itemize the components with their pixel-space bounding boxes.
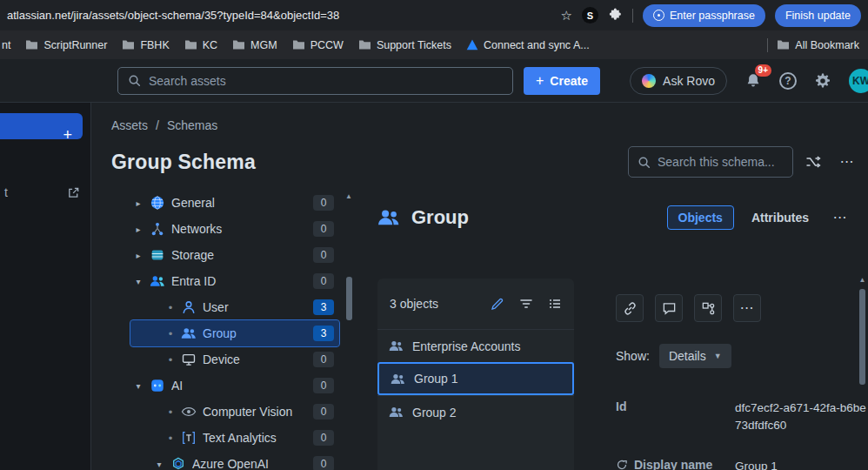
browser-url-bar: atlassian.net/jira/assets/object-schema/… xyxy=(0,0,868,30)
breadcrumb-separator: / xyxy=(156,118,159,132)
search-assets-input[interactable] xyxy=(149,74,503,88)
help-button[interactable]: ? xyxy=(779,72,797,90)
show-details-dropdown[interactable]: Details ▼ xyxy=(659,344,731,368)
tree-item-entra-id[interactable]: ▾ Entra ID 0 xyxy=(130,268,339,294)
bookmark-item[interactable]: nt xyxy=(2,39,10,51)
scroll-up-icon[interactable]: ▲ xyxy=(345,193,352,200)
enter-passphrase-button[interactable]: Enter passphrase xyxy=(643,4,765,27)
bookmark-item-pccw[interactable]: PCCW xyxy=(292,39,344,51)
schema-search-box[interactable] xyxy=(628,146,793,178)
breadcrumb-schemas[interactable]: Schemas xyxy=(167,118,217,132)
ask-rovo-button[interactable]: Ask Rovo xyxy=(630,67,727,95)
count-badge: 0 xyxy=(313,352,334,367)
sidebar-selected-item[interactable]: + xyxy=(0,113,83,139)
filter-icon[interactable] xyxy=(519,297,533,311)
comments-button[interactable] xyxy=(655,294,683,322)
divider xyxy=(767,38,768,52)
bookmark-item-mgm[interactable]: MGM xyxy=(232,39,277,51)
notifications-button[interactable]: 9+ xyxy=(744,72,762,90)
ai-icon xyxy=(150,378,165,393)
label-attribute-icon xyxy=(616,459,628,470)
object-type-more-button[interactable]: ⋯ xyxy=(826,204,854,232)
group-icon xyxy=(181,326,197,341)
tree-item-computer-vision[interactable]: • Computer Vision 0 xyxy=(130,399,339,425)
bookmark-item-fbhk[interactable]: FBHK xyxy=(122,39,169,51)
detail-scrollbar[interactable]: ▲ xyxy=(858,277,867,385)
tab-objects[interactable]: Objects xyxy=(667,205,734,230)
chevron-down-icon[interactable]: ▾ xyxy=(151,460,167,469)
settings-gear-icon[interactable] xyxy=(814,72,831,90)
object-row-group-1[interactable]: Group 1 xyxy=(377,362,574,395)
search-assets-box[interactable] xyxy=(117,67,513,95)
bookmark-item-scriptrunner[interactable]: ScriptRunner xyxy=(25,39,107,51)
chevron-right-icon[interactable]: ▸ xyxy=(130,251,146,260)
tab-attributes[interactable]: Attributes xyxy=(744,206,816,229)
breadcrumb: Assets / Schemas xyxy=(111,117,868,134)
schema-more-button[interactable]: ⋯ xyxy=(833,148,861,176)
link-icon xyxy=(623,301,638,316)
chevron-down-icon[interactable]: ▾ xyxy=(130,381,146,391)
edit-pencil-icon[interactable] xyxy=(491,297,504,311)
extension-s-icon[interactable]: S xyxy=(582,7,598,24)
schema-search-input[interactable] xyxy=(658,155,784,169)
graph-icon xyxy=(701,301,716,316)
sidebar-item-truncated[interactable]: t xyxy=(0,179,90,205)
eye-icon xyxy=(181,404,197,420)
breadcrumb-assets[interactable]: Assets xyxy=(111,118,148,132)
tree-item-ai[interactable]: ▾ AI 0 xyxy=(130,373,339,399)
user-avatar[interactable]: KW xyxy=(849,69,868,93)
notification-badge: 9+ xyxy=(755,64,771,77)
group-icon xyxy=(377,206,400,229)
bookmark-item-connect-sync[interactable]: Connect and sync A... xyxy=(466,39,590,51)
object-graph-button[interactable] xyxy=(694,294,722,322)
field-id: Id dfc7ecf2-a671-42fa-b6be73dfdfc60 xyxy=(616,400,868,435)
count-badge: 3 xyxy=(313,299,334,315)
object-details-panel: ⋯ Show: Details ▼ Id xyxy=(616,279,868,470)
tree-item-azure-openai[interactable]: ▾ Azure OpenAI 0 xyxy=(130,451,339,470)
bookmark-star-icon[interactable]: ☆ xyxy=(561,8,572,24)
count-badge: 0 xyxy=(313,221,334,237)
bullet-icon: • xyxy=(165,432,176,445)
folder-icon xyxy=(292,39,305,50)
tree-scrollbar[interactable]: ▲ xyxy=(344,190,353,451)
object-row-group-2[interactable]: Group 2 xyxy=(377,395,574,428)
chevron-down-icon[interactable]: ▾ xyxy=(130,277,146,286)
extensions-puzzle-icon[interactable] xyxy=(608,8,623,23)
list-view-icon[interactable] xyxy=(548,297,562,311)
tree-item-networks[interactable]: ▸ Networks 0 xyxy=(130,216,339,242)
comment-icon xyxy=(662,301,677,316)
search-icon xyxy=(128,74,141,87)
chevron-right-icon[interactable]: ▸ xyxy=(130,225,146,234)
finish-update-button[interactable]: Finish update xyxy=(775,4,861,27)
count-badge: 0 xyxy=(313,456,334,470)
count-badge: 0 xyxy=(313,404,334,420)
tree-item-user[interactable]: • User 3 xyxy=(130,294,339,320)
scrollbar-thumb[interactable] xyxy=(346,277,352,320)
all-bookmarks-button[interactable]: All Bookmark xyxy=(777,39,859,51)
group-icon xyxy=(391,372,405,386)
tree-item-storage[interactable]: ▸ Storage 0 xyxy=(130,242,339,268)
create-button[interactable]: + Create xyxy=(524,67,600,95)
object-row-enterprise-accounts[interactable]: Enterprise Accounts xyxy=(377,329,574,362)
bookmark-item-support-tickets[interactable]: Support Tickets xyxy=(358,39,451,51)
folder-icon xyxy=(232,39,245,50)
tree-item-text-analytics[interactable]: • Text Analytics 0 xyxy=(130,425,339,451)
scrollbar-thumb[interactable] xyxy=(859,289,865,385)
tree-item-general[interactable]: ▸ General 0 xyxy=(130,190,339,216)
user-icon xyxy=(181,299,197,315)
bookmarks-bar: nt ScriptRunner FBHK KC MGM PCCW Support… xyxy=(0,30,868,59)
attachments-button[interactable] xyxy=(616,294,644,322)
chevron-right-icon[interactable]: ▸ xyxy=(130,198,146,208)
tree-item-device[interactable]: • Device 0 xyxy=(130,346,339,373)
scroll-up-icon[interactable]: ▲ xyxy=(859,277,866,284)
tree-item-group[interactable]: • Group 3 xyxy=(130,320,339,346)
bookmark-item-kc[interactable]: KC xyxy=(184,39,217,51)
schema-graph-button[interactable] xyxy=(799,148,827,176)
object-type-title: Group xyxy=(411,206,469,229)
add-icon[interactable]: + xyxy=(63,127,72,143)
chevron-down-icon: ▼ xyxy=(714,352,722,360)
url-text[interactable]: atlassian.net/jira/assets/object-schema/… xyxy=(7,9,339,22)
storage-icon xyxy=(150,247,165,263)
details-more-button[interactable]: ⋯ xyxy=(733,294,761,322)
field-display-name: Display name Group 1 xyxy=(616,458,868,470)
